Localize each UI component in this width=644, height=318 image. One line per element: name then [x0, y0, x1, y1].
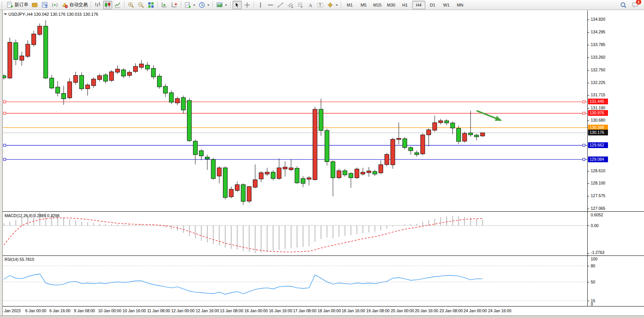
- vertical-line-button[interactable]: [256, 1, 265, 9]
- one-click-trading-toggle[interactable]: [4, 13, 7, 16]
- notifications-button[interactable]: 1: [631, 1, 640, 9]
- toolbar-separator: [181, 1, 181, 9]
- time-label: 16 Jan 00:00: [244, 308, 268, 313]
- market-watch-button[interactable]: [30, 1, 39, 9]
- svg-text:E: E: [292, 6, 293, 8]
- autotrading-icon: [61, 2, 68, 8]
- toolbar-separator: [230, 1, 231, 9]
- toolbar-separator: [341, 1, 341, 9]
- zoom-out-button[interactable]: [136, 1, 146, 9]
- price-tick-label: 131.715: [591, 92, 605, 97]
- new-chart-button[interactable]: [183, 1, 197, 9]
- svg-text:A: A: [309, 2, 313, 8]
- navigator-icon: [51, 2, 58, 8]
- arrows-button[interactable]: [326, 1, 339, 9]
- autotrading-label: 自动交易: [69, 2, 88, 8]
- time-label: 20 Jan 16:00: [415, 308, 438, 313]
- time-label: 5 Jan 2023: [1, 308, 21, 313]
- text-label-button[interactable]: T: [316, 1, 325, 9]
- periods-button[interactable]: [197, 1, 211, 9]
- price-tick-label: 132.225: [591, 80, 605, 85]
- templates-button[interactable]: [215, 1, 228, 9]
- equidistant-channel-button[interactable]: E: [286, 1, 295, 9]
- window-frame-left: [0, 10, 3, 318]
- new-chart-icon: [184, 2, 191, 8]
- panel-divider[interactable]: [0, 211, 644, 212]
- macd-tick-label: 0.6052: [591, 213, 603, 217]
- rsi-panel-canvas[interactable]: [0, 256, 644, 306]
- chart-shift-button[interactable]: [170, 1, 179, 9]
- price-tick-label: 127.575: [591, 193, 605, 198]
- toolbar-grip: [2, 2, 3, 8]
- svg-text:F: F: [301, 6, 303, 8]
- data-window-button[interactable]: [40, 1, 49, 9]
- text-label-icon: T: [317, 2, 324, 8]
- time-label: 16 Jan 16:00: [269, 308, 292, 313]
- price-tag-130.176: 130.176: [588, 130, 608, 135]
- zoom-out-icon: [138, 2, 144, 8]
- tile-windows-button[interactable]: [146, 1, 156, 9]
- trendline-button[interactable]: [276, 1, 285, 9]
- timeframe-group: M1M5M15M30H1H4D1W1MN: [343, 1, 467, 9]
- candlestick-chart-button[interactable]: [103, 1, 112, 9]
- autotrading-button[interactable]: 自动交易: [60, 1, 89, 9]
- time-label: 10 Jan 16:00: [123, 308, 146, 313]
- chart-shift-icon: [171, 2, 178, 8]
- time-label: 24 Jan 00:00: [464, 308, 487, 313]
- time-label: 20 Jan 00:00: [391, 308, 414, 313]
- toolbar-separator: [124, 1, 125, 9]
- bar-chart-button[interactable]: [93, 1, 102, 9]
- price-chart-canvas[interactable]: [0, 10, 644, 211]
- equidistant-channel-icon: E: [287, 2, 294, 8]
- time-label: 12 Jan 00:00: [171, 308, 195, 313]
- notification-badge: 1: [636, 0, 641, 5]
- macd-panel-canvas[interactable]: [0, 212, 644, 255]
- line-chart-button[interactable]: [113, 1, 122, 9]
- window-frame-bottom: [0, 315, 644, 318]
- horizontal-line-button[interactable]: [266, 1, 275, 9]
- time-label: 6 Jan 00:00: [25, 308, 46, 313]
- price-tick-label: 127.065: [591, 206, 605, 211]
- cursor-button[interactable]: [233, 1, 242, 9]
- time-label: 6 Jan 16:00: [49, 308, 70, 313]
- timeframe-button-H4[interactable]: H4: [412, 1, 425, 9]
- candlestick-chart-icon: [104, 2, 111, 8]
- time-axis-divider: [0, 306, 644, 306]
- search-button[interactable]: [619, 1, 628, 9]
- time-label: 23 Jan 08:00: [439, 308, 463, 313]
- timeframe-button-H1[interactable]: H1: [398, 1, 411, 9]
- price-tick-label: 134.295: [591, 30, 605, 34]
- text-icon: A: [307, 2, 314, 8]
- macd-label: MACD(12,26,9) 0.2885 0.3298: [5, 213, 59, 218]
- time-label: 19 Jan 08:00: [366, 308, 390, 313]
- crosshair-icon: [244, 2, 251, 8]
- arrows-icon: [327, 2, 334, 8]
- chevron-down-icon: [193, 5, 195, 7]
- timeframe-button-M15[interactable]: M15: [371, 1, 384, 9]
- timeframe-button-D1[interactable]: D1: [426, 1, 439, 9]
- periods-clock-icon: [198, 2, 205, 8]
- timeframe-button-M30[interactable]: M30: [385, 1, 398, 9]
- rsi-tick-label: 50: [591, 280, 595, 284]
- navigator-button[interactable]: [50, 1, 59, 9]
- price-tick-label: 130.680: [591, 118, 605, 122]
- timeframe-button-W1[interactable]: W1: [440, 1, 453, 9]
- zoom-in-button[interactable]: [126, 1, 136, 9]
- rsi-tick-label: 100: [591, 257, 598, 261]
- price-tag-129.662: 129.662: [588, 142, 608, 148]
- toolbar-right-group: 1: [618, 1, 640, 9]
- macd-tick-label: 0.00: [591, 223, 598, 228]
- new-order-icon: [7, 2, 13, 8]
- timeframe-button-M5[interactable]: M5: [357, 1, 370, 9]
- time-label: 17 Jan 08:00: [293, 308, 316, 313]
- timeframe-button-M1[interactable]: M1: [343, 1, 356, 9]
- text-button[interactable]: A: [306, 1, 315, 9]
- toolbar-separator: [91, 1, 91, 9]
- price-tick-label: 134.820: [591, 17, 605, 21]
- rsi-tick-label: 80: [591, 264, 595, 268]
- auto-scroll-button[interactable]: [160, 1, 169, 9]
- new-order-button[interactable]: 新订单: [5, 1, 29, 9]
- timeframe-button-MN[interactable]: MN: [454, 1, 467, 9]
- crosshair-button[interactable]: [243, 1, 252, 9]
- fibonacci-button[interactable]: F: [296, 1, 305, 9]
